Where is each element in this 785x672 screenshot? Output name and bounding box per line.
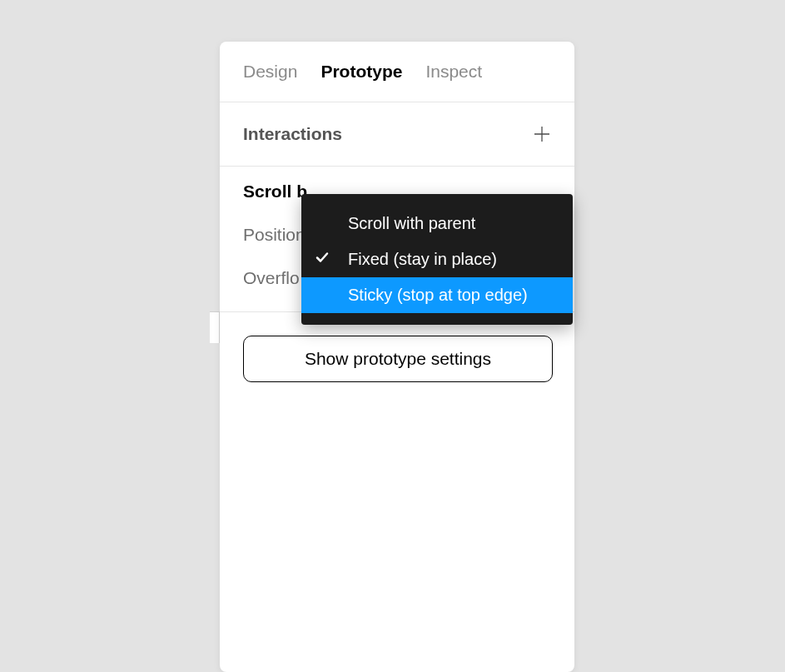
- dropdown-option-scroll-with-parent[interactable]: Scroll with parent: [301, 206, 573, 241]
- dropdown-option-sticky[interactable]: Sticky (stop at top edge): [301, 277, 573, 313]
- check-slot: [315, 250, 348, 269]
- tab-prototype[interactable]: Prototype: [320, 62, 402, 82]
- dropdown-option-label: Scroll with parent: [348, 214, 475, 233]
- tab-inspect[interactable]: Inspect: [425, 62, 482, 82]
- check-icon: [315, 250, 330, 269]
- tab-design[interactable]: Design: [243, 62, 297, 82]
- panel-tabs: Design Prototype Inspect: [220, 42, 574, 102]
- properties-panel: Design Prototype Inspect Interactions Sc…: [220, 42, 574, 672]
- interactions-section: Interactions: [220, 102, 574, 167]
- dropdown-option-fixed[interactable]: Fixed (stay in place): [301, 241, 573, 277]
- interactions-title: Interactions: [243, 124, 342, 144]
- dropdown-option-label: Fixed (stay in place): [348, 250, 497, 269]
- footer-section: Show prototype settings: [220, 312, 574, 406]
- plus-icon[interactable]: [533, 125, 551, 143]
- position-dropdown: Scroll with parent Fixed (stay in place)…: [301, 194, 573, 325]
- adjacent-panel-edge: [210, 311, 220, 343]
- dropdown-option-label: Sticky (stop at top edge): [348, 286, 528, 305]
- show-prototype-settings-button[interactable]: Show prototype settings: [243, 336, 553, 382]
